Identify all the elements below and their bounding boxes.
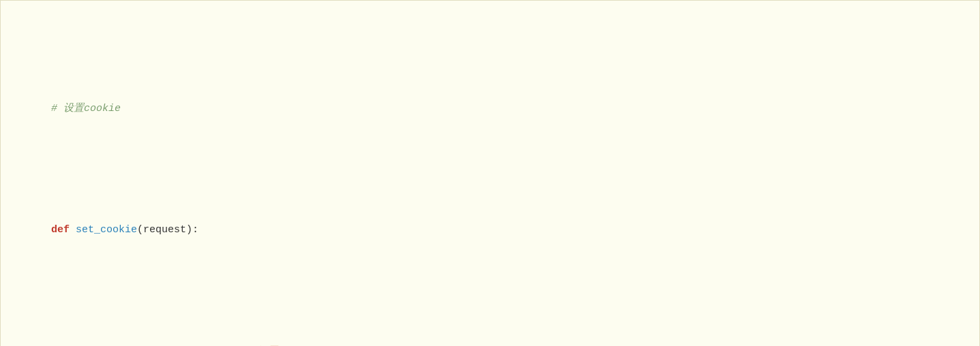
keyword-def: def xyxy=(51,224,70,236)
funcname-set-cookie: set_cookie xyxy=(76,224,137,236)
comment-1: # 设置cookie xyxy=(51,103,121,114)
code-block: # 设置cookie def set_cookie(request): resp… xyxy=(14,13,966,346)
code-container: # 设置cookie def set_cookie(request): resp… xyxy=(0,0,980,346)
code-line-2: def set_cookie(request): xyxy=(14,204,966,257)
code-line-1: # 设置cookie xyxy=(14,82,966,135)
code-line-3: response = HttpResponse('设置cookie') xyxy=(14,326,966,346)
